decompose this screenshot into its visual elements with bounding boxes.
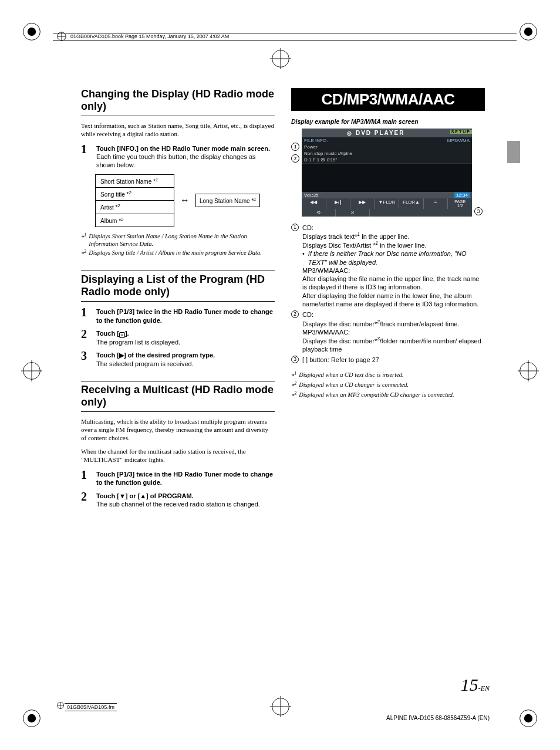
p13-key: [P1/3]: [117, 308, 134, 315]
desc-num-3: 3: [291, 356, 299, 363]
callout-3: 3: [474, 207, 483, 215]
scr-disc-icon: ◎: [347, 130, 353, 136]
section-2-title: Displaying a List of the Program (HD Rad…: [81, 273, 275, 298]
p13-key: [P1/3]: [117, 471, 134, 478]
step-1-result: Each time you touch this button, the dis…: [96, 153, 275, 170]
folder-up-button[interactable]: FLDR▲: [399, 198, 424, 209]
repeat-button[interactable]: ⟲: [302, 209, 336, 217]
book-header: 01GB00IVAD105.book Page 15 Monday, Janua…: [53, 33, 517, 40]
shuffle-button[interactable]: ⤭: [336, 209, 370, 217]
step-number: 1: [81, 143, 90, 170]
page-indicator: PAGE1/2: [448, 198, 472, 209]
callout-2: 2: [291, 154, 299, 163]
desc-num-1: 1: [291, 224, 299, 231]
svg-point-1: [28, 28, 36, 36]
section-3-intro-1: Multicasting, which is the ability to br…: [81, 418, 275, 442]
display-screenshot: 1 2 3 ◎ DVD PLAYER SETUP FILE INFO.MP3/W…: [302, 129, 472, 217]
two-way-arrow-icon: ↔: [180, 195, 190, 205]
d2-cd-label: CD:: [302, 310, 485, 319]
right-column: CD/MP3/WMA/AAC Display example for MP3/W…: [291, 88, 485, 513]
d3-text: [ ] button: Refer to page 27: [302, 356, 379, 364]
step-number: 2: [81, 491, 90, 509]
sec3-step2: Touch [▼] or [▲] of PROGRAM.: [96, 492, 275, 500]
book-header-text: 01GB00IVAD105.book Page 15 Monday, Janua…: [70, 33, 229, 39]
r-footnote-1: *1Displayed when a CD text disc is inser…: [291, 371, 485, 380]
section-3-intro-2: When the channel for the multicast radio…: [81, 448, 275, 464]
sec2-step3-result: The selected program is received.: [96, 360, 275, 368]
svg-point-11: [28, 714, 36, 722]
sec2-step1: Touch [P1/3] twice in the HD Radio Tuner…: [96, 308, 275, 325]
footer-filename: 01GB05IVAD105.fm: [65, 703, 117, 711]
d1-cd-label: CD:: [302, 224, 485, 232]
side-tab: [507, 141, 520, 163]
section-3-title: Receiving a Multicast (HD Radio mode onl…: [81, 384, 275, 408]
footer-model: ALPINE IVA-D105 68-08564Z59-A (EN): [386, 715, 490, 721]
play-icon: ▶: [119, 352, 124, 359]
folder-down-button[interactable]: ▼FLDR: [375, 198, 400, 209]
sec2-step2: Touch [≡].: [96, 329, 275, 338]
list-button[interactable]: ≡: [424, 198, 448, 209]
footnote-1: *1Displays Short Station Name / Long Sta…: [81, 232, 275, 248]
step-1-instruction: Touch [INFO.] on the HD Radio Tuner mode…: [96, 144, 275, 153]
play-pause-button[interactable]: ▶/∥: [326, 198, 351, 209]
r-footnote-3: *3Displayed when an MP3 compatible CD ch…: [291, 391, 485, 400]
section-1-intro: Text information, such as Station name, …: [81, 122, 275, 138]
list-icon: ≡: [119, 332, 125, 338]
next-button[interactable]: ▶▶: [350, 198, 375, 209]
desc-num-2: 2: [291, 310, 299, 318]
step-number: 2: [81, 328, 90, 346]
step-number: 3: [81, 350, 90, 368]
prev-button[interactable]: ◀◀: [302, 198, 326, 209]
sec2-step2-result: The program list is displayed.: [96, 338, 275, 346]
left-column: Changing the Display (HD Radio mode only…: [81, 88, 275, 513]
r-footnote-2: *2Displayed when a CD changer is connect…: [291, 381, 485, 390]
page-number: 15-EN: [461, 675, 490, 695]
display-sequence: Short Station Name *1 Song title *2 Arti…: [95, 174, 275, 227]
d1-mp3-label: MP3/WMA/AAC:: [302, 266, 485, 275]
chapter-banner: CD/MP3/WMA/AAC: [291, 88, 485, 111]
footnote-2: *2Displays Song title / Artist / Album i…: [81, 249, 275, 258]
step-number: 1: [81, 469, 90, 487]
svg-point-13: [524, 714, 532, 722]
svg-point-3: [524, 28, 532, 36]
callout-1: 1: [291, 143, 299, 151]
display-example-caption: Display example for MP3/WMA main screen: [291, 118, 485, 125]
sec3-step2-result: The sub channel of the received radio st…: [96, 500, 275, 508]
info-key: [INFO.]: [117, 145, 139, 152]
sec3-step1: Touch [P1/3] twice in the HD Radio Tuner…: [96, 470, 275, 487]
section-1-title: Changing the Display (HD Radio mode only…: [81, 88, 275, 112]
step-number: 1: [81, 306, 90, 325]
d2-mp3-label: MP3/WMA/AAC:: [302, 328, 485, 336]
sec2-step3: Touch [▶] of the desired program type.: [96, 351, 275, 359]
